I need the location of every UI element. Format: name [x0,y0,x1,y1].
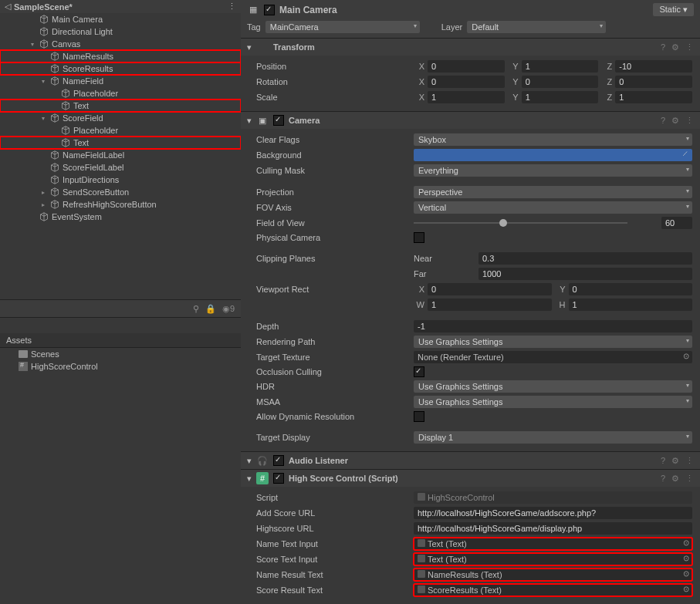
target-display-dropdown[interactable]: Display 1 [414,431,692,444]
camera-enable-checkbox[interactable] [273,115,284,126]
target-tex-field[interactable]: None (Render Texture) [414,351,692,363]
vh-field[interactable]: 1 [569,299,693,311]
script-icon [19,362,28,371]
foldout-icon[interactable]: ▾ [247,474,252,484]
hierarchy-item[interactable]: InputDirections [0,174,241,186]
foldout-icon[interactable]: ▾ [247,456,252,466]
object-field[interactable]: Text (Text) [414,553,692,565]
transform-row-label: Scale [256,93,411,102]
assets-header[interactable]: Assets [0,333,241,348]
gameobject-name[interactable]: Main Camera [279,5,337,15]
z-field[interactable]: -10 [615,60,692,73]
hierarchy-item-label: ScoreFieldLabel [63,163,124,172]
fov-axis-dropdown[interactable]: Vertical [414,201,692,214]
menu-icon[interactable]: ⋮ [685,456,694,466]
gameobject-icon [49,113,60,123]
vw-field[interactable]: 1 [428,299,552,311]
help-icon[interactable]: ? [661,116,665,126]
preset-icon[interactable]: ⚙ [671,116,679,126]
y-field[interactable]: 1 [522,91,599,103]
foldout-icon[interactable]: ▸ [42,189,49,196]
hierarchy-item[interactable]: Placeholder [0,124,241,137]
vx-field[interactable]: 0 [428,283,552,295]
fov-slider[interactable] [414,218,658,228]
clip-near-field[interactable]: 0.3 [479,252,692,265]
hierarchy-menu-icon[interactable]: ⋮ [228,2,236,12]
hierarchy-item[interactable]: ScoreFieldLabel [0,161,241,174]
preset-icon[interactable]: ⚙ [671,456,679,466]
scene-name[interactable]: SampleScene* [14,2,73,12]
foldout-icon[interactable]: ▾ [247,42,252,52]
vy-field[interactable]: 0 [569,283,693,295]
lock-icon[interactable]: 🔒 [205,304,216,314]
menu-icon[interactable]: ⋮ [685,474,694,484]
clip-far-field[interactable]: 1000 [479,268,692,280]
msaa-dropdown[interactable]: Use Graphics Settings [414,396,692,408]
script-enable-checkbox[interactable] [273,473,284,484]
phys-cam-checkbox[interactable] [414,232,424,243]
script-ref-icon [418,493,425,501]
y-field[interactable]: 1 [522,60,599,73]
hierarchy-item[interactable]: Main Camera [0,13,241,25]
object-field[interactable]: NameResults (Text) [414,569,692,581]
foldout-icon[interactable]: ▾ [42,78,49,85]
hierarchy-item[interactable]: ▾NameField [0,75,241,87]
audio-enable-checkbox[interactable] [273,455,284,466]
hierarchy-item[interactable]: Directional Light [0,25,241,38]
help-icon[interactable]: ? [661,474,665,484]
foldout-icon[interactable]: ▾ [31,41,39,48]
projection-dropdown[interactable]: Perspective [414,186,692,198]
hierarchy-item[interactable]: ScoreResults [0,62,241,75]
gameobject-active-checkbox[interactable] [264,5,275,15]
y-field[interactable]: 0 [522,76,599,88]
msaa-label: MSAA [256,397,411,407]
clear-flags-dropdown[interactable]: Skybox [414,133,692,146]
z-field[interactable]: 1 [615,91,692,103]
hierarchy-item[interactable]: EventSystem [0,211,241,223]
object-field[interactable]: Text (Text) [414,538,692,550]
menu-icon[interactable]: ⋮ [685,116,694,126]
help-icon[interactable]: ? [661,42,665,52]
hierarchy-item[interactable]: NameResults [0,50,241,62]
hierarchy-item[interactable]: NameFieldLabel [0,149,241,161]
culling-dropdown[interactable]: Everything [414,164,692,177]
x-field[interactable]: 0 [428,76,505,88]
static-dropdown[interactable]: Static ▾ [653,3,694,16]
layer-dropdown[interactable]: Default [467,21,606,33]
hierarchy-item-label: InputDirections [63,175,119,184]
menu-icon[interactable]: ⋮ [685,42,694,52]
z-field[interactable]: 0 [615,76,692,88]
asset-item[interactable]: HighScoreControl [0,360,241,373]
visibility-icon[interactable]: ◉9 [222,304,235,314]
x-field[interactable]: 1 [428,91,505,103]
foldout-icon[interactable]: ▾ [42,115,49,122]
transform-title: Transform [273,42,656,52]
preset-icon[interactable]: ⚙ [671,474,679,484]
hierarchy-item[interactable]: ▾Canvas [0,38,241,50]
asset-item[interactable]: Scenes [0,348,241,360]
object-field[interactable]: ScoreResults (Text) [414,584,692,596]
hdr-dropdown[interactable]: Use Graphics Settings [414,380,692,393]
hierarchy-item[interactable]: ▸SendScoreButton [0,186,241,198]
hierarchy-item[interactable]: ▸RefreshHighScoreButton [0,198,241,211]
filter-icon[interactable]: ⚲ [193,304,199,314]
text-field[interactable]: http://localhost/HighScoreGame/display.p… [414,522,692,535]
text-field[interactable]: http://localhost/HighScoreGame/addscore.… [414,507,692,519]
foldout-icon[interactable]: ▾ [247,116,252,126]
foldout-icon[interactable]: ▸ [42,201,49,208]
hierarchy-item[interactable]: Text [0,100,241,112]
dynres-checkbox[interactable] [414,411,424,422]
preset-icon[interactable]: ⚙ [671,42,679,52]
depth-field[interactable]: -1 [414,320,692,332]
x-field[interactable]: 0 [428,60,505,73]
folder-icon [19,350,28,358]
tag-dropdown[interactable]: MainCamera [265,21,420,33]
help-icon[interactable]: ? [661,456,665,466]
render-path-dropdown[interactable]: Use Graphics Settings [414,336,692,348]
hierarchy-item[interactable]: ▾ScoreField [0,112,241,124]
occlusion-checkbox[interactable] [414,366,424,377]
fov-field[interactable]: 60 [661,217,692,229]
background-color-field[interactable] [414,149,692,161]
hierarchy-item[interactable]: Text [0,137,241,149]
hierarchy-item[interactable]: Placeholder [0,87,241,100]
